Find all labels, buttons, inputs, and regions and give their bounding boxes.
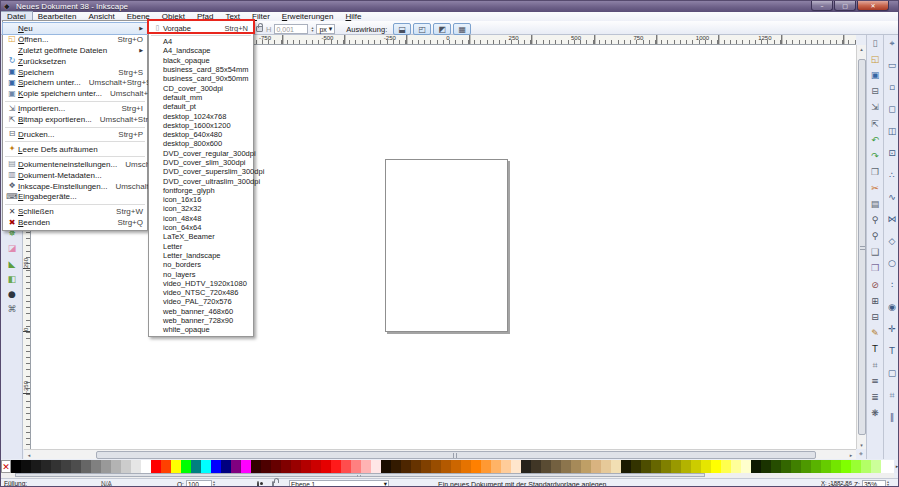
paint-bucket-tool-button[interactable]: ◣ bbox=[4, 258, 20, 272]
palette-swatch[interactable] bbox=[871, 460, 881, 473]
horizontal-scrollbar[interactable]: ◂ ▸ bbox=[24, 449, 856, 459]
palette-swatch[interactable] bbox=[781, 460, 791, 473]
template-item-desktop-1024x768[interactable]: desktop_1024x768 bbox=[149, 111, 253, 120]
palette-swatch[interactable] bbox=[451, 460, 461, 473]
scroll-left-icon[interactable]: ◂ bbox=[24, 450, 34, 460]
template-item-black-opaque[interactable]: black_opaque bbox=[149, 56, 253, 65]
file-menu-item-schlie-en[interactable]: ✕SchließenStrg+W bbox=[3, 206, 147, 217]
palette-swatch[interactable] bbox=[321, 460, 331, 473]
palette-swatch[interactable] bbox=[431, 460, 441, 473]
horizontal-scroll-thumb[interactable] bbox=[96, 451, 816, 459]
snap-text-baseline-icon[interactable]: T bbox=[885, 345, 899, 359]
palette-swatch[interactable] bbox=[851, 460, 861, 473]
template-item-default-mm[interactable]: default_mm bbox=[149, 93, 253, 102]
palette-swatch[interactable] bbox=[41, 460, 51, 473]
snap-rotation-centers-icon[interactable]: ✛ bbox=[885, 323, 899, 337]
palette-swatch[interactable] bbox=[791, 460, 801, 473]
template-item-latex-beamer[interactable]: LaTeX_Beamer bbox=[149, 232, 253, 241]
file-menu-item-drucken[interactable]: ⊟Drucken...Strg+P bbox=[3, 129, 147, 140]
preferences-icon[interactable]: ❋ bbox=[868, 407, 882, 421]
snap-smooth-nodes-icon[interactable]: ○ bbox=[885, 257, 899, 271]
snap-cusp-nodes-icon[interactable]: ◇ bbox=[885, 235, 899, 249]
duplicate-icon[interactable]: ❑ bbox=[868, 246, 882, 260]
palette-swatch[interactable] bbox=[281, 460, 291, 473]
snap-object-centers-icon[interactable]: ◉ bbox=[885, 301, 899, 315]
file-menu-item-dokument-metadaten[interactable]: ▥Dokument-Metadaten... bbox=[3, 170, 147, 181]
palette-swatch[interactable] bbox=[621, 460, 631, 473]
palette-swatch[interactable] bbox=[141, 460, 151, 473]
palette-swatch[interactable] bbox=[581, 460, 591, 473]
palette-swatch[interactable] bbox=[661, 460, 671, 473]
palette-swatch[interactable] bbox=[241, 460, 251, 473]
vertical-scrollbar[interactable]: ▴ ▾ bbox=[856, 45, 866, 449]
template-item-icon-16x16[interactable]: icon_16x16 bbox=[149, 195, 253, 204]
palette-swatch[interactable] bbox=[691, 460, 701, 473]
palette-swatch[interactable] bbox=[641, 460, 651, 473]
copy-icon[interactable]: ❐ bbox=[868, 166, 882, 180]
height-input[interactable]: 0,001 bbox=[274, 24, 308, 34]
palette-swatch[interactable] bbox=[421, 460, 431, 473]
print-icon[interactable]: ⊟ bbox=[868, 85, 882, 99]
zoom-to-page-icon[interactable]: ⚲ bbox=[868, 230, 882, 244]
palette-swatch[interactable] bbox=[441, 460, 451, 473]
close-button[interactable]: ✕ bbox=[857, 1, 889, 11]
palette-swatch[interactable] bbox=[51, 460, 61, 473]
transform-corners-button[interactable]: ◰ bbox=[413, 23, 431, 35]
file-menu-item-kopie-speichern-unter[interactable]: ▣Kopie speichern unter...Umschalt+Strg+A… bbox=[3, 88, 147, 99]
transform-stroke-button[interactable]: ⬓ bbox=[393, 23, 411, 35]
palette-swatch[interactable] bbox=[721, 460, 731, 473]
palette-swatch[interactable] bbox=[771, 460, 781, 473]
palette-swatch[interactable] bbox=[381, 460, 391, 473]
menubar-item-erweiterungen[interactable]: Erweiterungen bbox=[276, 12, 340, 21]
template-item-business-card-85x54mm[interactable]: business_card_85x54mm bbox=[149, 65, 253, 74]
palette-swatch[interactable] bbox=[761, 460, 771, 473]
template-item-icon-48x48[interactable]: icon_48x48 bbox=[149, 214, 253, 223]
palette-swatch[interactable] bbox=[301, 460, 311, 473]
palette-swatch[interactable] bbox=[491, 460, 501, 473]
file-menu-item-inkscape-einstellungen[interactable]: ❖Inkscape-Einstellungen...Umschalt+Strg+… bbox=[3, 181, 147, 192]
palette-swatch[interactable] bbox=[501, 460, 511, 473]
snap-guides-icon[interactable]: ∥ bbox=[885, 411, 899, 425]
palette-swatch[interactable] bbox=[11, 460, 21, 473]
palette-swatch[interactable] bbox=[741, 460, 751, 473]
palette-swatch[interactable] bbox=[61, 460, 71, 473]
snap-grids-icon[interactable]: ⌗ bbox=[885, 389, 899, 403]
connector-tool-button[interactable]: ⌘ bbox=[4, 303, 20, 317]
palette-swatch[interactable] bbox=[461, 460, 471, 473]
zoom-input[interactable]: 35% bbox=[862, 480, 886, 487]
template-item-a4[interactable]: A4 bbox=[149, 37, 253, 46]
palette-swatch[interactable] bbox=[511, 460, 521, 473]
redo-icon[interactable]: ↷ bbox=[868, 150, 882, 164]
maximize-button[interactable]: ▢ bbox=[834, 1, 856, 11]
palette-swatch[interactable] bbox=[231, 460, 241, 473]
snap-path-intersections-icon[interactable]: ⋈ bbox=[885, 213, 899, 227]
palette-swatch[interactable] bbox=[251, 460, 261, 473]
paste-icon[interactable]: ▤ bbox=[868, 198, 882, 212]
palette-swatch[interactable] bbox=[91, 460, 101, 473]
template-item-cd-cover-300dpi[interactable]: CD_cover_300dpi bbox=[149, 83, 253, 92]
palette-swatch[interactable] bbox=[471, 460, 481, 473]
palette-swatch[interactable] bbox=[81, 460, 91, 473]
palette-swatch[interactable] bbox=[551, 460, 561, 473]
file-menu-item-dokumenteneinstellungen[interactable]: ▤Dokumenteneinstellungen...Umschalt+Strg… bbox=[3, 159, 147, 170]
units-dropdown[interactable]: px ▾ bbox=[316, 24, 335, 34]
palette-swatch[interactable] bbox=[801, 460, 811, 473]
palette-swatch[interactable] bbox=[371, 460, 381, 473]
palette-swatch[interactable] bbox=[341, 460, 351, 473]
snap-bbox-centers-icon[interactable]: ⊡ bbox=[885, 147, 899, 161]
snap-bounding-box-icon[interactable]: ▭ bbox=[885, 59, 899, 73]
vertical-scroll-thumb[interactable] bbox=[858, 59, 866, 435]
undo-icon[interactable]: ↶ bbox=[868, 134, 882, 148]
template-item-desktop-800x600[interactable]: desktop_800x600 bbox=[149, 139, 253, 148]
palette-swatch[interactable] bbox=[101, 460, 111, 473]
palette-swatch[interactable] bbox=[401, 460, 411, 473]
template-item-desktop-640x480[interactable]: desktop_640x480 bbox=[149, 130, 253, 139]
dropper-tool-button[interactable]: ● bbox=[4, 288, 20, 302]
transform-patterns-button[interactable]: ▦ bbox=[453, 23, 471, 35]
palette-swatch[interactable] bbox=[831, 460, 841, 473]
minimize-button[interactable]: – bbox=[811, 1, 833, 11]
palette-swatch[interactable] bbox=[731, 460, 741, 473]
palette-swatch[interactable] bbox=[311, 460, 321, 473]
template-item-white-opaque[interactable]: white_opaque bbox=[149, 325, 253, 334]
palette-swatch[interactable] bbox=[481, 460, 491, 473]
